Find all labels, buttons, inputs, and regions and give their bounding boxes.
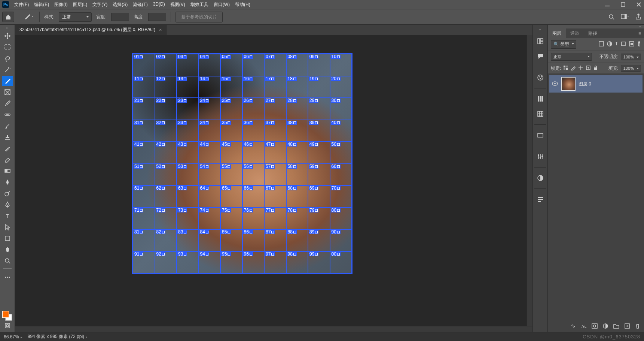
filter-toggle[interactable] bbox=[637, 41, 641, 48]
styles-icon[interactable] bbox=[535, 173, 546, 183]
slice-cell[interactable]: 37 bbox=[264, 120, 286, 142]
filter-adjust-icon[interactable] bbox=[607, 41, 612, 48]
lock-pos-icon[interactable] bbox=[578, 65, 583, 72]
slice-cell[interactable]: 09 bbox=[308, 54, 330, 76]
panel-menu-icon[interactable]: ≡ bbox=[635, 28, 644, 38]
new-layer-icon[interactable] bbox=[625, 323, 630, 330]
slice-cell[interactable]: 49 bbox=[308, 142, 330, 164]
canvas[interactable]: 0102030405060708091011121314151617181920… bbox=[15, 35, 532, 332]
slice-cell[interactable]: 69 bbox=[308, 185, 330, 208]
slice-tool[interactable] bbox=[2, 76, 13, 86]
magic-wand-tool[interactable] bbox=[2, 64, 13, 75]
slice-cell[interactable]: 15 bbox=[220, 76, 242, 98]
slice-cell[interactable]: 43 bbox=[177, 142, 199, 164]
slice-cell[interactable]: 36 bbox=[242, 120, 265, 142]
edit-toolbar[interactable] bbox=[2, 272, 13, 283]
toolbox-collapse[interactable]: ›› bbox=[0, 26, 15, 30]
slice-cell[interactable]: 34 bbox=[199, 120, 221, 142]
minimize-icon[interactable] bbox=[604, 1, 610, 7]
healing-tool[interactable] bbox=[2, 109, 13, 120]
stamp-tool[interactable] bbox=[2, 132, 13, 142]
visibility-toggle[interactable] bbox=[552, 81, 558, 87]
layer-fx-icon[interactable]: fx▾ bbox=[582, 324, 586, 329]
slice-cell[interactable]: 63 bbox=[177, 185, 199, 208]
slice-cell[interactable]: 10 bbox=[330, 54, 352, 76]
menu-item[interactable]: 图像(I) bbox=[54, 1, 67, 8]
lock-all-icon[interactable] bbox=[593, 65, 598, 72]
slice-cell[interactable]: 17 bbox=[264, 76, 286, 98]
slice-cell[interactable]: 20 bbox=[330, 76, 352, 98]
workspace-switcher-icon[interactable] bbox=[621, 13, 629, 20]
slice-cell[interactable]: 97 bbox=[264, 251, 286, 274]
slice-cell[interactable]: 40 bbox=[330, 120, 352, 142]
link-layers-icon[interactable] bbox=[570, 323, 576, 330]
slice-cell[interactable]: 27 bbox=[264, 98, 286, 120]
foreground-color[interactable] bbox=[2, 311, 9, 318]
slice-cell[interactable]: 21 bbox=[133, 98, 155, 120]
pen-tool[interactable] bbox=[2, 199, 13, 210]
slice-cell[interactable]: 92 bbox=[155, 251, 177, 274]
slice-cell[interactable]: 32 bbox=[155, 120, 177, 142]
slice-cell[interactable]: 29 bbox=[308, 98, 330, 120]
slice-cell[interactable]: 66 bbox=[242, 185, 265, 208]
search-icon[interactable] bbox=[608, 13, 615, 20]
filter-pixel-icon[interactable] bbox=[599, 41, 604, 48]
slice-cell[interactable]: 28 bbox=[286, 98, 308, 120]
menu-item[interactable]: 图层(L) bbox=[73, 1, 88, 8]
slice-cell[interactable]: 59 bbox=[308, 164, 330, 186]
slice-cell[interactable]: 42 bbox=[155, 142, 177, 164]
brush-tool[interactable] bbox=[2, 121, 13, 131]
slice-cell[interactable]: 70 bbox=[330, 185, 352, 208]
path-select-tool[interactable] bbox=[2, 222, 13, 232]
slice-cell[interactable]: 89 bbox=[308, 229, 330, 251]
gradients-icon[interactable] bbox=[535, 130, 546, 141]
slice-cell[interactable]: 86 bbox=[242, 229, 265, 251]
filter-shape-icon[interactable] bbox=[621, 41, 626, 48]
slice-cell[interactable]: 83 bbox=[177, 229, 199, 251]
slice-cell[interactable]: 44 bbox=[199, 142, 221, 164]
tool-preset-picker[interactable] bbox=[24, 13, 35, 21]
slice-cell[interactable]: 84 bbox=[199, 229, 221, 251]
slice-cell[interactable]: 24 bbox=[199, 98, 221, 120]
home-button[interactable] bbox=[2, 12, 14, 22]
slice-cell[interactable]: 11 bbox=[133, 76, 155, 98]
slice-cell[interactable]: 02 bbox=[155, 54, 177, 76]
slice-cell[interactable]: 64 bbox=[199, 185, 221, 208]
slice-cell[interactable]: 71 bbox=[133, 208, 155, 230]
menu-item[interactable]: 帮助(H) bbox=[235, 1, 250, 8]
slice-cell[interactable]: 67 bbox=[264, 185, 286, 208]
slice-cell[interactable]: 25 bbox=[220, 98, 242, 120]
slice-cell[interactable]: 45 bbox=[220, 142, 242, 164]
type-tool[interactable]: T bbox=[2, 211, 13, 221]
slice-cell[interactable]: 13 bbox=[177, 76, 199, 98]
slice-cell[interactable]: 47 bbox=[264, 142, 286, 164]
delete-layer-icon[interactable] bbox=[635, 323, 640, 330]
marquee-tool[interactable] bbox=[2, 42, 13, 52]
paths-tab[interactable]: 路径 bbox=[584, 28, 602, 38]
properties-icon[interactable] bbox=[535, 194, 546, 205]
slice-cell[interactable]: 73 bbox=[177, 208, 199, 230]
layer-name[interactable]: 图层 0 bbox=[579, 81, 591, 87]
slice-cell[interactable]: 94 bbox=[199, 251, 221, 274]
slice-cell[interactable]: 41 bbox=[133, 142, 155, 164]
color-icon[interactable] bbox=[535, 72, 546, 83]
slice-cell[interactable]: 53 bbox=[177, 164, 199, 186]
adjustment-layer-icon[interactable] bbox=[603, 323, 608, 330]
slice-cell[interactable]: 03 bbox=[177, 54, 199, 76]
slice-cell[interactable]: 82 bbox=[155, 229, 177, 251]
slice-cell[interactable]: 96 bbox=[242, 251, 265, 274]
fill-value[interactable]: 100% bbox=[621, 65, 641, 72]
slice-cell[interactable]: 58 bbox=[286, 164, 308, 186]
slice-cell[interactable]: 55 bbox=[220, 164, 242, 186]
adjustments-icon[interactable] bbox=[535, 151, 546, 162]
slice-cell[interactable]: 90 bbox=[330, 229, 352, 251]
menu-item[interactable]: 增效工具 bbox=[190, 1, 208, 8]
document-tab[interactable]: 325097417baefaf81e9ff7b118c5113.psd @ 66… bbox=[15, 25, 167, 35]
quick-mask-toggle[interactable] bbox=[0, 323, 15, 330]
slice-cell[interactable]: 19 bbox=[308, 76, 330, 98]
dock-collapse[interactable]: ‹‹ bbox=[533, 28, 547, 31]
slice-cell[interactable]: 14 bbox=[199, 76, 221, 98]
layer-thumbnail[interactable] bbox=[561, 77, 576, 91]
slice-cell[interactable]: 51 bbox=[133, 164, 155, 186]
width-input[interactable] bbox=[111, 13, 129, 21]
